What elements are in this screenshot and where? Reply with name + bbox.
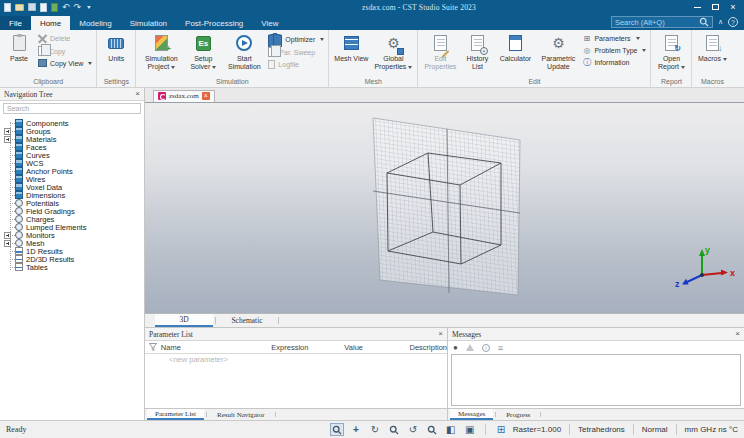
tab-post-processing[interactable]: Post-Processing [176,16,252,30]
tree-item-2d3d-results[interactable]: 2D/3D Results [0,255,144,263]
dropdown-arrow-icon[interactable] [212,66,216,69]
maximize-button[interactable] [706,1,724,14]
import-icon[interactable] [51,3,58,12]
optimizer-button[interactable]: Optimizer [268,34,324,44]
dropdown-arrow-icon[interactable] [636,37,640,40]
delete-button[interactable]: Delete [38,34,92,43]
tree-item-curves[interactable]: Curves [0,151,144,159]
minimize-button[interactable] [688,1,706,14]
warnings-filter-icon[interactable] [466,344,474,351]
dropdown-arrow-icon[interactable] [320,38,324,41]
view-change-icon[interactable]: ⊞ [494,423,508,436]
expand-icon[interactable] [4,232,11,239]
search-box[interactable] [611,16,713,28]
tree-item-wires[interactable]: Wires [0,175,144,183]
tab-progress[interactable]: Progress [498,409,538,420]
units-display[interactable]: mm GHz ns °C [685,425,738,434]
rotate-view-icon[interactable]: ↺ [406,423,420,436]
open-report-button[interactable]: ↻ Open Report [653,31,689,73]
zoom-icon[interactable] [425,423,439,436]
information-button[interactable]: ⓘ Information [582,58,646,67]
tree-item-monitors[interactable]: Monitors [0,231,144,239]
save-all-icon[interactable] [40,3,47,12]
global-properties-button[interactable]: ⚙ Global Properties [371,31,415,73]
macros-button[interactable]: ↓ Macros [694,31,730,65]
close-icon[interactable]: × [135,90,140,98]
new-parameter-row[interactable]: <new parameter> [145,354,447,365]
expand-icon[interactable] [4,136,11,143]
close-icon[interactable]: × [735,330,740,338]
errors-filter-icon[interactable]: ● [453,344,458,352]
tree-item-anchor-points[interactable]: Anchor Points [0,167,144,175]
redo-icon[interactable]: ↷ [74,2,82,12]
tree-item-faces[interactable]: Faces [0,143,144,151]
collapse-ribbon-icon[interactable]: ∧ [718,18,723,26]
tree-item-mesh[interactable]: Mesh [0,239,144,247]
tree-item-lumped-elements[interactable]: Lumped Elements [0,223,144,231]
zoom-window-icon[interactable] [387,423,401,436]
paste-button[interactable]: Paste [2,31,36,65]
column-description[interactable]: Description [410,343,448,352]
tab-schematic[interactable]: Schematic [218,314,276,327]
setup-solver-button[interactable]: Es Setup Solver [184,31,222,73]
tree-item-voxel-data[interactable]: Voxel Data [0,183,144,191]
tab-file[interactable]: File [0,16,31,30]
search-icon[interactable] [699,17,709,27]
history-list-button[interactable]: • History List [460,31,494,73]
tree-search-input[interactable] [3,103,141,114]
copy-button[interactable]: Copy [38,46,92,56]
parametric-update-button[interactable]: ⚙ Parametric Update [536,31,580,73]
new-file-icon[interactable] [4,3,11,12]
save-icon[interactable] [28,3,36,11]
parameter-table-body[interactable] [145,365,447,408]
simulation-project-button[interactable]: + Simulation Project [138,31,184,73]
help-icon[interactable]: ? [728,17,738,27]
calculator-button[interactable]: Calculator [494,31,536,65]
zoom-select-icon[interactable] [330,423,344,436]
mesh-type[interactable]: Tetrahedrons [578,425,625,434]
dropdown-arrow-icon[interactable] [408,66,412,69]
tab-simulation[interactable]: Simulation [121,16,176,30]
pan-icon[interactable]: + [349,423,363,436]
close-button[interactable]: × [724,1,742,14]
problem-type-button[interactable]: ◎ Problem Type [582,46,646,55]
column-value[interactable]: Value [344,343,409,352]
par-sweep-button[interactable]: Par. Sweep [268,47,324,57]
search-input[interactable] [615,18,699,27]
units-button[interactable]: Units [99,31,133,65]
undo-icon[interactable]: ↶ [62,2,70,12]
dropdown-arrow-icon[interactable] [171,66,175,69]
tab-view[interactable]: View [252,16,287,30]
filter-icon[interactable] [145,343,161,351]
dropdown-arrow-icon[interactable] [681,66,685,69]
tree-item-tables[interactable]: Tables [0,263,144,271]
tab-home[interactable]: Home [31,16,70,30]
mesh-cells-icon[interactable]: ▣ [463,423,477,436]
close-icon[interactable]: × [202,92,210,100]
edit-properties-button[interactable]: Edit Properties [420,31,460,73]
tree-item-field-gradings[interactable]: Field Gradings [0,207,144,215]
start-simulation-button[interactable]: Start Simulation [222,31,266,73]
tab-modeling[interactable]: Modeling [70,16,120,30]
column-expression[interactable]: Expression [271,343,344,352]
copy-view-button[interactable]: Copy View [38,59,92,67]
qat-dropdown-icon[interactable] [87,6,91,9]
split-view-icon[interactable]: ◧ [444,423,458,436]
tree-item-materials[interactable]: Materials [0,135,144,143]
parameters-button[interactable]: ⊞ Parameters [582,34,646,43]
dropdown-arrow-icon[interactable] [723,58,727,61]
tree-item-components[interactable]: Components [0,119,144,127]
tree-item-dimensions[interactable]: Dimensions [0,191,144,199]
dropdown-arrow-icon[interactable] [88,62,92,65]
view-mode[interactable]: Normal [642,425,668,434]
tab-result-navigator[interactable]: Result Navigator [209,409,273,420]
mesh-view-button[interactable]: Mesh View [331,31,371,65]
tab-parameter-list[interactable]: Parameter List [147,409,204,420]
expand-icon[interactable] [4,240,11,247]
message-options-icon[interactable]: ≡ [498,343,503,353]
column-name[interactable]: Name [161,343,272,352]
tree-item-groups[interactable]: Groups [0,127,144,135]
dropdown-arrow-icon[interactable] [642,49,646,52]
tab-3d[interactable]: 3D [155,314,213,327]
logfile-button[interactable]: Logfile [268,60,324,69]
